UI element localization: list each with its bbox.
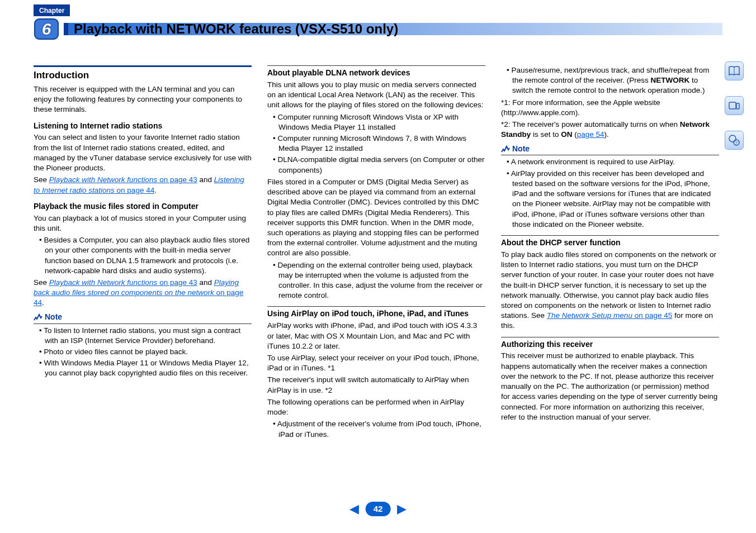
note-icon <box>501 145 510 153</box>
device-icon[interactable] <box>725 96 744 115</box>
body-text: *2: The receiver's power automatically t… <box>501 120 719 140</box>
prev-page-button[interactable]: ◀ <box>349 501 359 517</box>
body-text: You can select and listen to your favori… <box>34 132 252 173</box>
heading-listening: Listening to Internet radio stations <box>34 121 252 131</box>
list-item: Photo or video files cannot be played ba… <box>39 347 252 357</box>
bullet-list: Adjustment of the receiver's volume from… <box>267 419 485 439</box>
list-item: DLNA-compatible digital media servers (o… <box>273 155 485 175</box>
list-item: Pause/resume, next/previous track, and s… <box>507 65 719 96</box>
body-text: AirPlay works with iPhone, iPad, and iPo… <box>267 321 485 351</box>
body-text: This receiver is equipped with the LAN t… <box>34 84 252 115</box>
list-item: Computer running Microsoft Windows Vista… <box>273 112 485 132</box>
bullet-list: Depending on the external controller bei… <box>267 260 485 301</box>
column-3: Pause/resume, next/previous track, and s… <box>501 65 719 441</box>
list-item: A network environment is required to use… <box>507 157 719 167</box>
heading-airplay: Using AirPlay on iPod touch, iPhone, iPa… <box>267 306 485 319</box>
bullet-list: Pause/resume, next/previous track, and s… <box>501 65 719 96</box>
list-item: Besides a Computer, you can also playbac… <box>39 235 252 276</box>
note-icon <box>34 313 42 321</box>
chapter-number: 6 <box>42 18 51 41</box>
body-text: Files stored in a Computer or DMS (Digit… <box>267 177 485 259</box>
link-playback-network[interactable]: Playback with Network functions on page … <box>49 175 197 184</box>
list-item: To listen to Internet radio stations, yo… <box>39 326 252 346</box>
body-text: To use AirPlay, select your receiver on … <box>267 353 485 373</box>
heading-dhcp: About the DHCP server function <box>501 235 719 248</box>
book-icon[interactable] <box>725 61 744 80</box>
body-text: To play back audio files stored on compo… <box>501 250 719 331</box>
link-playback-network-2[interactable]: Playback with Network functions on page … <box>49 278 197 287</box>
link-network-setup[interactable]: The Network Setup menu on page 45 <box>547 311 672 320</box>
body-text: *1: For more information, see the Apple … <box>501 98 719 118</box>
page-number: 42 <box>366 502 391 516</box>
note-heading: Note <box>501 144 719 156</box>
body-text: The following operations can be performe… <box>267 397 485 417</box>
next-page-button[interactable]: ▶ <box>397 501 407 517</box>
list-item: AirPlay provided on this receiver has be… <box>507 169 719 230</box>
heading-dlna: About playable DLNA network devices <box>267 65 485 78</box>
link-page-54[interactable]: page 54 <box>577 130 604 139</box>
list-item: With Windows Media Player 11 or Windows … <box>39 358 252 378</box>
chapter-badge: 6 <box>34 18 59 40</box>
heading-playback-music: Playback the music files stored in Compu… <box>34 201 252 212</box>
side-toolbar: ? <box>725 61 744 150</box>
svg-text:?: ? <box>735 141 738 145</box>
note-list: A network environment is required to use… <box>501 157 719 230</box>
body-text: This receiver must be authorized to enab… <box>501 351 719 422</box>
list-item: Depending on the external controller bei… <box>273 260 485 301</box>
see-reference: See Playback with Network functions on p… <box>34 175 252 195</box>
svg-rect-2 <box>729 102 736 109</box>
bullet-list: Computer running Microsoft Windows Vista… <box>267 112 485 175</box>
column-2: About playable DLNA network devices This… <box>267 65 485 441</box>
help-icon[interactable]: ? <box>725 131 744 150</box>
list-item: Computer running Microsoft Windows 7, 8 … <box>273 134 485 154</box>
note-heading: Note <box>34 312 252 324</box>
list-item: Adjustment of the receiver's volume from… <box>273 419 485 439</box>
chapter-title-bar: Playback with NETWORK features (VSX-S510… <box>64 23 722 35</box>
column-1: Introduction This receiver is equipped w… <box>34 65 252 441</box>
pager: ◀ 42 ▶ <box>349 501 407 517</box>
bullet-list: Besides a Computer, you can also playbac… <box>34 235 252 276</box>
body-text: You can playback a lot of musics stored … <box>34 213 252 234</box>
chapter-title: Playback with NETWORK features (VSX-S510… <box>74 20 398 38</box>
see-reference: See Playback with Network functions on p… <box>34 278 252 308</box>
heading-introduction: Introduction <box>34 65 252 82</box>
svg-rect-3 <box>736 103 739 109</box>
chapter-label: Chapter <box>34 4 70 16</box>
chapter-header: 6 Playback with NETWORK features (VSX-S5… <box>34 18 722 40</box>
note-list: To listen to Internet radio stations, yo… <box>34 326 252 379</box>
body-text: This unit allows you to play music on me… <box>267 80 485 111</box>
body-text: The receiver's input will switch automat… <box>267 375 485 395</box>
heading-authorizing: Authorizing this receiver <box>501 337 719 350</box>
